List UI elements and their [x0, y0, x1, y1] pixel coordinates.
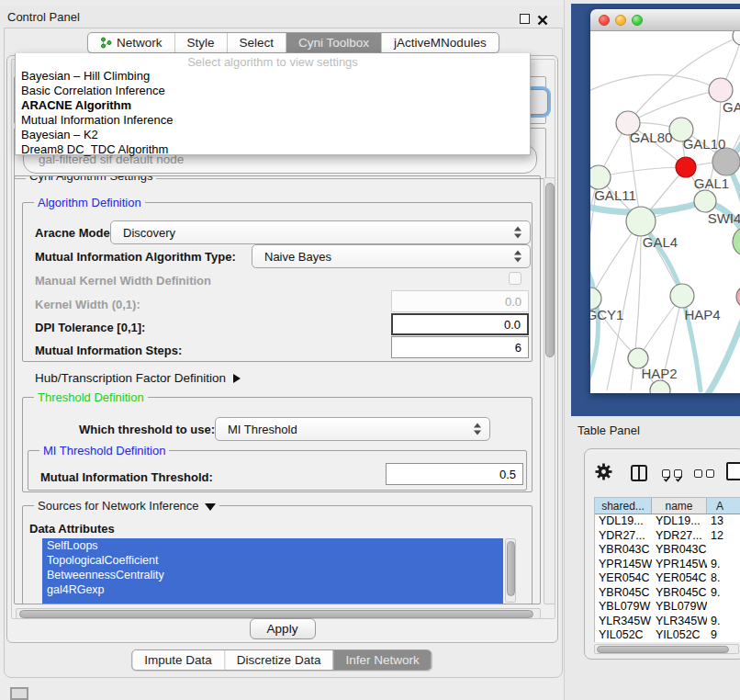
tab-infer-network[interactable]: Infer Network — [332, 650, 431, 670]
column-header[interactable]: shared... — [595, 498, 652, 514]
manual-kernel-checkbox[interactable] — [509, 272, 521, 285]
table-row[interactable]: YBR045CYBR045C9. — [595, 586, 740, 601]
algorithm-option[interactable]: Bayesian – Hill Climbing — [16, 69, 530, 84]
table-row[interactable]: YBR043CYBR043C — [595, 543, 740, 558]
algorithm-option[interactable]: Mutual Information Inference — [16, 113, 530, 128]
tab-jactivemnodules[interactable]: jActiveMNodules — [381, 33, 499, 52]
scrollbar-thumb[interactable] — [597, 646, 729, 653]
close-light-icon[interactable] — [599, 15, 610, 26]
table-row[interactable]: YDL19...YDL19...13 — [595, 514, 740, 529]
algorithm-option[interactable]: Bayesian – K2 — [16, 128, 530, 142]
table-cell: YPR145W — [652, 558, 707, 572]
column-header[interactable]: name — [652, 498, 707, 514]
table-row[interactable]: YLR345WYLR345W9. — [595, 615, 740, 629]
table-cell: YDR27... — [595, 529, 652, 544]
network-node[interactable] — [733, 31, 740, 45]
zoom-light-icon[interactable] — [632, 15, 643, 26]
mi-steps-field[interactable]: 6 — [391, 336, 529, 358]
mi-type-value: Naive Bayes — [264, 250, 331, 264]
tab-discretize-data[interactable]: Discretize Data — [224, 650, 333, 670]
page-icon[interactable] — [726, 462, 740, 480]
mi-threshold-field[interactable]: 0.5 — [386, 463, 523, 485]
which-threshold-combo[interactable]: MI Threshold — [215, 417, 490, 441]
mi-type-label: Mutual Information Algorithm Type: — [35, 250, 236, 264]
table-cell: 9 — [707, 628, 740, 642]
tab-network[interactable]: Network — [88, 33, 174, 52]
network-node-swi4[interactable] — [694, 190, 716, 212]
attribute-item[interactable]: TopologicalCoefficient — [42, 553, 503, 568]
checked-checkboxes-icon[interactable] — [662, 469, 682, 478]
algorithm-dropdown: Select algorithm to view settings Bayesi… — [15, 53, 531, 155]
tab-cyni-toolbox[interactable]: Cyni Toolbox — [286, 33, 381, 52]
kernel-width-label: Kernel Width (0,1): — [35, 298, 140, 311]
node-label: SWI4 — [708, 210, 740, 226]
mi-threshold-label: Mutual Information Threshold: — [40, 470, 213, 484]
scrollbar-thumb[interactable] — [545, 183, 555, 357]
table-row[interactable]: YPR145WYPR145W9. — [595, 558, 740, 572]
tab-impute-data[interactable]: Impute Data — [132, 650, 224, 670]
network-node-gal11[interactable] — [590, 165, 611, 189]
minimized-panel-icon[interactable] — [10, 687, 28, 700]
algorithm-options-list: Bayesian – Hill ClimbingBasic Correlatio… — [16, 69, 530, 157]
network-view-window[interactable]: GALGAL80GAL10GAL1GAL11SWI4GAL4GCY1HAP4YH… — [590, 9, 740, 393]
cyni-algorithm-settings-group: Cyni Algorithm Settings Algorithm Defini… — [14, 175, 541, 604]
float-panel-icon[interactable] — [520, 14, 530, 24]
unchecked-checkboxes-icon[interactable] — [694, 469, 714, 478]
table-row[interactable]: YDR27...YDR27...12 — [595, 529, 740, 544]
table-row[interactable]: YBL079WYBL079W — [595, 600, 740, 615]
network-window-titlebar[interactable] — [590, 9, 740, 31]
control-panel-titlebar: Control Panel — [0, 6, 564, 29]
apply-label: Apply — [267, 622, 298, 636]
network-desktop: GALGAL80GAL10GAL1GAL11SWI4GAL4GCY1HAP4YH… — [571, 4, 740, 416]
node-label: GAL80 — [630, 130, 673, 145]
scrollbar-thumb[interactable] — [19, 610, 533, 618]
attributes-scrollbar[interactable] — [505, 538, 516, 603]
attribute-item[interactable]: gal4RGexp — [42, 582, 503, 597]
network-node-gal4[interactable] — [626, 207, 656, 236]
gear-icon[interactable] — [595, 463, 612, 484]
data-attributes-list[interactable]: SelfLoopsTopologicalCoefficientBetweenne… — [42, 538, 503, 604]
tab-select[interactable]: Select — [227, 33, 286, 52]
mi-steps-label: Mutual Information Steps: — [35, 344, 182, 357]
algorithm-option[interactable]: ARACNE Algorithm — [16, 98, 530, 113]
table-cell: YIL052C — [652, 628, 707, 642]
aracne-mode-combo[interactable]: Discovery — [110, 220, 531, 244]
table-row[interactable]: YER054CYER054C8. — [595, 571, 740, 586]
network-node[interactable] — [733, 227, 740, 256]
network-node-y[interactable] — [736, 286, 740, 308]
settings-vscrollbar[interactable] — [544, 177, 555, 604]
attribute-item[interactable]: SelfLoops — [42, 538, 503, 553]
table-cell: YBL079W — [595, 600, 652, 615]
hub-expander[interactable]: Hub/Transcription Factor Definition — [35, 371, 241, 385]
minimize-light-icon[interactable] — [615, 15, 626, 26]
dpi-tolerance-label: DPI Tolerance [0,1]: — [35, 321, 145, 334]
scrollbar-thumb[interactable] — [507, 541, 515, 596]
data-attributes-label: Data Attributes — [29, 522, 115, 536]
table-cell: YDL19... — [652, 514, 707, 529]
split-columns-icon[interactable] — [631, 465, 647, 481]
apply-button[interactable]: Apply — [250, 618, 316, 639]
dpi-tolerance-field[interactable]: 0.0 — [391, 313, 529, 335]
tab-label: Infer Network — [345, 653, 419, 667]
sources-expander[interactable]: Sources for Network Inference — [34, 499, 219, 513]
network-edge — [599, 167, 686, 177]
table-row[interactable]: YIL052CYIL052C9 — [595, 628, 740, 642]
node-label: GCY1 — [590, 307, 623, 322]
network-canvas[interactable]: GALGAL80GAL10GAL1GAL11SWI4GAL4GCY1HAP4YH… — [590, 31, 740, 393]
close-icon[interactable] — [537, 13, 548, 24]
column-header[interactable]: A — [707, 498, 740, 514]
network-node-gal1[interactable] — [676, 157, 696, 177]
algorithm-option[interactable]: Dream8 DC_TDC Algorithm — [16, 142, 530, 157]
panel-title: Control Panel — [7, 10, 80, 24]
mi-type-combo[interactable]: Naive Bayes — [252, 244, 531, 268]
kernel-width-field[interactable]: 0.0 — [391, 290, 529, 312]
table-cell: YBR043C — [652, 543, 707, 558]
right-region: GALGAL80GAL10GAL1GAL11SWI4GAL4GCY1HAP4YH… — [565, 0, 740, 700]
network-tab-icon — [100, 37, 112, 49]
attribute-item[interactable]: BetweennessCentrality — [42, 568, 503, 582]
network-node-hap4[interactable] — [670, 284, 694, 308]
algorithm-option[interactable]: Basic Correlation Inference — [16, 84, 530, 98]
network-node[interactable] — [712, 148, 740, 175]
table-hscrollbar[interactable] — [594, 644, 739, 654]
tab-style[interactable]: Style — [174, 33, 227, 52]
